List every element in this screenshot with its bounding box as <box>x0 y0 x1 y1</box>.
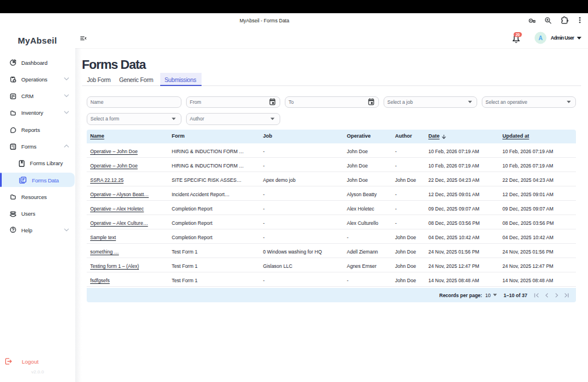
svg-text:20: 20 <box>516 33 520 37</box>
svg-text:A: A <box>539 35 543 41</box>
